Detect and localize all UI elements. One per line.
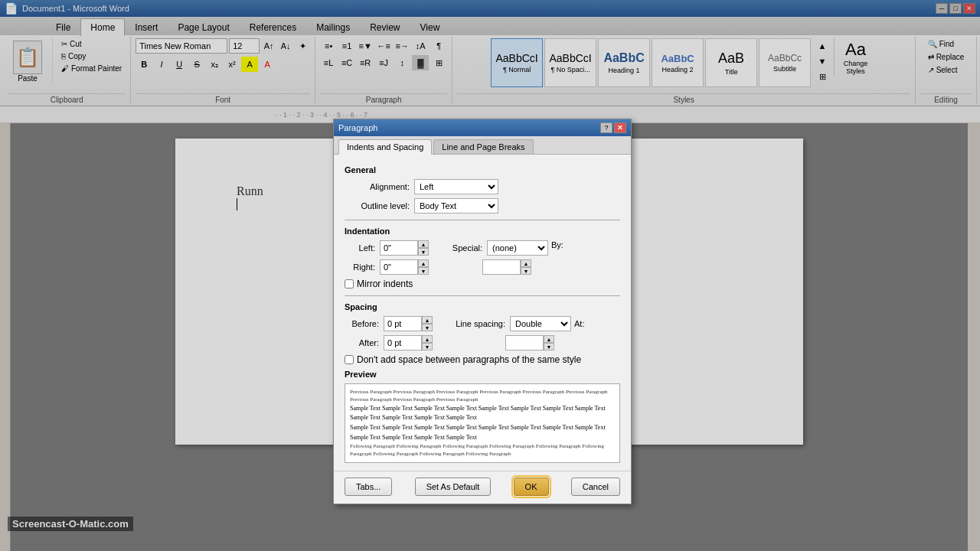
- at-down[interactable]: ▼: [544, 343, 554, 350]
- indent-left-label: Left:: [345, 243, 375, 253]
- indent-left-down[interactable]: ▼: [418, 248, 429, 256]
- paragraph-dialog: Paragraph ? ✕ Indents and Spacing Line a…: [333, 119, 632, 504]
- alignment-row: Alignment: Left Center Right Justified: [345, 179, 620, 194]
- spacing-before-after: Before: ▲ ▼ After: ▲: [345, 316, 433, 354]
- dont-add-space-label: Don't add space between paragraphs of th…: [357, 354, 581, 365]
- spacing-section-title: Spacing: [345, 302, 620, 311]
- line-spacing-controls: Single 1.5 lines Double At least Exactly…: [510, 316, 590, 331]
- before-down[interactable]: ▼: [422, 324, 433, 331]
- by-label: By:: [551, 240, 567, 256]
- dialog-tab-linebreaks[interactable]: Line and Page Breaks: [433, 139, 533, 154]
- at-label: At:: [574, 319, 590, 328]
- indent-left-up[interactable]: ▲: [418, 240, 429, 248]
- dont-add-space-checkbox[interactable]: [345, 355, 354, 364]
- indentation-left-right: Left: ▲ ▼ Right: ▲: [345, 240, 429, 279]
- by-down[interactable]: ▼: [521, 267, 531, 275]
- dialog-tabs: Indents and Spacing Line and Page Breaks: [334, 136, 631, 155]
- outline-level-select[interactable]: Body Text Level 1 Level 2: [414, 198, 498, 214]
- general-divider: [345, 220, 620, 220]
- dialog-title-buttons: ? ✕: [600, 122, 626, 133]
- special-select[interactable]: (none) First line Hanging: [487, 240, 548, 256]
- at-input[interactable]: [505, 335, 544, 350]
- special-label: Special:: [444, 243, 482, 253]
- by-row: ▲ ▼: [482, 259, 567, 275]
- dialog-footer: Tabs... Set As Default OK Cancel: [334, 471, 631, 504]
- dialog-body: General Alignment: Left Center Right Jus…: [334, 155, 631, 471]
- dialog-title-bar: Paragraph ? ✕: [334, 119, 631, 136]
- after-input[interactable]: [384, 335, 422, 350]
- line-spacing-col: Line spacing: Single 1.5 lines Double At…: [448, 316, 590, 354]
- indent-right-label: Right:: [345, 262, 375, 272]
- tabs-button[interactable]: Tabs...: [345, 478, 392, 496]
- set-default-button[interactable]: Set As Default: [415, 478, 492, 496]
- by-spin: ▲ ▼: [521, 259, 531, 275]
- indent-right-row: Right: ▲ ▼: [345, 259, 429, 275]
- before-label: Before:: [345, 319, 379, 328]
- alignment-select[interactable]: Left Center Right Justified: [414, 179, 498, 194]
- mirror-indents-row: Mirror indents: [345, 279, 620, 289]
- indent-right-input[interactable]: [380, 259, 418, 275]
- dialog-help-button[interactable]: ?: [600, 122, 612, 133]
- alignment-label: Alignment:: [345, 182, 410, 191]
- line-spacing-select[interactable]: Single 1.5 lines Double At least Exactly…: [510, 316, 571, 331]
- after-spin: ▲ ▼: [422, 335, 433, 350]
- dialog-close-button[interactable]: ✕: [614, 122, 626, 133]
- preview-sample-text: Sample Text Sample Text Sample Text Samp…: [350, 404, 615, 443]
- at-control: ▲ ▼: [505, 335, 554, 350]
- indent-right-up[interactable]: ▲: [418, 259, 429, 267]
- outline-level-row: Outline level: Body Text Level 1 Level 2: [345, 198, 620, 214]
- outline-label: Outline level:: [345, 201, 410, 210]
- before-input[interactable]: [384, 316, 422, 331]
- by-control: ▲ ▼: [482, 259, 531, 275]
- indent-left-spin: ▲ ▼: [418, 240, 429, 256]
- mirror-indents-checkbox[interactable]: [345, 279, 354, 289]
- spacing-before-row: Before: ▲ ▼: [345, 316, 433, 331]
- before-spin: ▲ ▼: [422, 316, 433, 331]
- preview-box: Previous Paragraph Previous Paragraph Pr…: [345, 383, 620, 463]
- indentation-fields: Left: ▲ ▼ Right: ▲: [345, 240, 620, 279]
- preview-following-text: Following Paragraph Following Paragraph …: [350, 443, 615, 458]
- special-row: Special: (none) First line Hanging By:: [444, 240, 567, 256]
- before-up[interactable]: ▲: [422, 316, 433, 324]
- at-up[interactable]: ▲: [544, 335, 554, 343]
- dialog-tab-indents[interactable]: Indents and Spacing: [338, 139, 432, 155]
- at-spin: ▲ ▼: [544, 335, 554, 350]
- after-up[interactable]: ▲: [422, 335, 433, 343]
- by-input[interactable]: [482, 259, 521, 275]
- ok-button[interactable]: OK: [514, 478, 549, 496]
- before-control: ▲ ▼: [384, 316, 433, 331]
- indent-left-input[interactable]: [380, 240, 418, 256]
- spacing-fields: Before: ▲ ▼ After: ▲: [345, 316, 620, 354]
- indent-left-control: ▲ ▼: [380, 240, 429, 256]
- after-down[interactable]: ▼: [422, 343, 433, 350]
- at-row: ▲ ▼: [505, 335, 590, 350]
- dont-add-space-row: Don't add space between paragraphs of th…: [345, 354, 620, 365]
- cancel-button[interactable]: Cancel: [571, 478, 620, 496]
- after-control: ▲ ▼: [384, 335, 433, 350]
- spacing-divider: [345, 295, 620, 296]
- preview-previous-text: Previous Paragraph Previous Paragraph Pr…: [350, 389, 615, 404]
- indent-right-spin: ▲ ▼: [418, 259, 429, 275]
- preview-section-title: Preview: [345, 370, 620, 379]
- indentation-section-title: Indentation: [345, 227, 620, 236]
- dialog-title: Paragraph: [338, 123, 377, 132]
- indent-right-control: ▲ ▼: [380, 259, 429, 275]
- special-by-controls: (none) First line Hanging By:: [487, 240, 567, 256]
- indent-left-row: Left: ▲ ▼: [345, 240, 429, 256]
- general-section-title: General: [345, 165, 620, 174]
- after-label: After:: [345, 338, 379, 347]
- spacing-after-row: After: ▲ ▼: [345, 335, 433, 350]
- by-up[interactable]: ▲: [521, 259, 531, 267]
- line-spacing-row: Line spacing: Single 1.5 lines Double At…: [448, 316, 590, 331]
- indentation-special: Special: (none) First line Hanging By:: [444, 240, 567, 279]
- line-spacing-label: Line spacing:: [448, 319, 505, 328]
- indent-right-down[interactable]: ▼: [418, 267, 429, 275]
- mirror-indents-label: Mirror indents: [357, 279, 413, 289]
